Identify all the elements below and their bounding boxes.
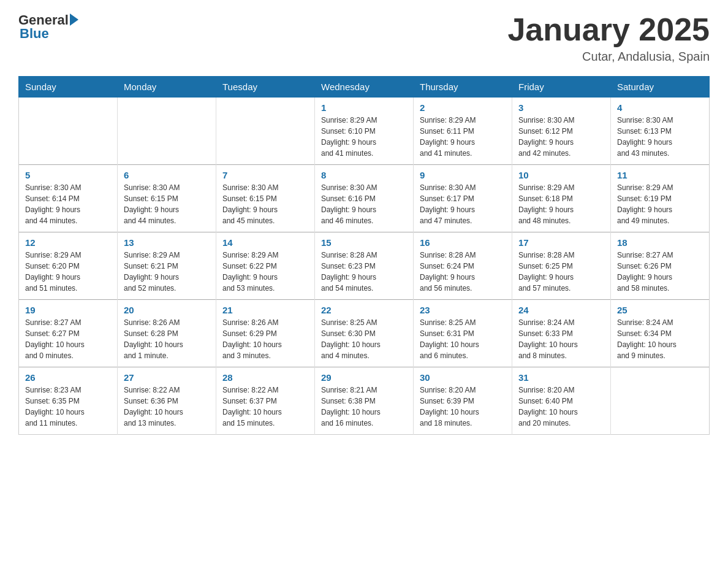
calendar-cell: 22Sunrise: 8:25 AMSunset: 6:30 PMDayligh… <box>315 300 414 367</box>
day-number: 11 <box>617 170 703 180</box>
day-info: Sunrise: 8:30 AMSunset: 6:13 PMDaylight:… <box>617 115 703 159</box>
day-number: 9 <box>420 170 506 180</box>
calendar-cell: 7Sunrise: 8:30 AMSunset: 6:15 PMDaylight… <box>216 165 315 232</box>
calendar-cell: 18Sunrise: 8:27 AMSunset: 6:26 PMDayligh… <box>611 232 710 300</box>
day-number: 26 <box>25 372 111 383</box>
calendar-cell: 9Sunrise: 8:30 AMSunset: 6:17 PMDaylight… <box>414 165 512 232</box>
day-number: 5 <box>25 170 111 180</box>
day-info: Sunrise: 8:28 AMSunset: 6:24 PMDaylight:… <box>420 250 506 294</box>
day-info: Sunrise: 8:23 AMSunset: 6:35 PMDaylight:… <box>25 385 111 429</box>
day-info: Sunrise: 8:25 AMSunset: 6:31 PMDaylight:… <box>420 317 506 361</box>
logo-arrow-icon <box>70 13 78 26</box>
day-info: Sunrise: 8:25 AMSunset: 6:30 PMDaylight:… <box>321 317 407 361</box>
calendar-cell: 19Sunrise: 8:27 AMSunset: 6:27 PMDayligh… <box>19 300 118 367</box>
calendar-cell <box>19 98 118 165</box>
day-number: 1 <box>321 102 407 113</box>
day-info: Sunrise: 8:29 AMSunset: 6:22 PMDaylight:… <box>222 250 308 294</box>
calendar-cell: 4Sunrise: 8:30 AMSunset: 6:13 PMDaylight… <box>611 98 710 165</box>
day-info: Sunrise: 8:29 AMSunset: 6:19 PMDaylight:… <box>617 182 703 226</box>
day-number: 23 <box>420 305 506 315</box>
calendar-cell: 13Sunrise: 8:29 AMSunset: 6:21 PMDayligh… <box>118 232 216 300</box>
day-info: Sunrise: 8:29 AMSunset: 6:20 PMDaylight:… <box>25 250 111 294</box>
day-info: Sunrise: 8:29 AMSunset: 6:11 PMDaylight:… <box>420 115 506 159</box>
weekday-header: Sunday <box>19 77 118 98</box>
day-info: Sunrise: 8:29 AMSunset: 6:21 PMDaylight:… <box>124 250 210 294</box>
day-info: Sunrise: 8:24 AMSunset: 6:34 PMDaylight:… <box>617 317 703 361</box>
calendar-cell <box>118 98 216 165</box>
calendar-cell: 23Sunrise: 8:25 AMSunset: 6:31 PMDayligh… <box>414 300 512 367</box>
calendar-cell: 24Sunrise: 8:24 AMSunset: 6:33 PMDayligh… <box>512 300 611 367</box>
calendar-cell: 30Sunrise: 8:20 AMSunset: 6:39 PMDayligh… <box>414 367 512 435</box>
day-info: Sunrise: 8:30 AMSunset: 6:16 PMDaylight:… <box>321 182 407 226</box>
page-header: General Blue January 2025 Cutar, Andalus… <box>18 12 710 64</box>
calendar-week-row: 26Sunrise: 8:23 AMSunset: 6:35 PMDayligh… <box>19 367 710 435</box>
calendar-cell: 3Sunrise: 8:30 AMSunset: 6:12 PMDaylight… <box>512 98 611 165</box>
day-info: Sunrise: 8:24 AMSunset: 6:33 PMDaylight:… <box>518 317 604 361</box>
weekday-header: Friday <box>512 77 611 98</box>
calendar-cell: 28Sunrise: 8:22 AMSunset: 6:37 PMDayligh… <box>216 367 315 435</box>
calendar-cell: 1Sunrise: 8:29 AMSunset: 6:10 PMDaylight… <box>315 98 414 165</box>
calendar-cell: 6Sunrise: 8:30 AMSunset: 6:15 PMDaylight… <box>118 165 216 232</box>
day-info: Sunrise: 8:29 AMSunset: 6:10 PMDaylight:… <box>321 115 407 159</box>
day-number: 6 <box>124 170 210 180</box>
calendar-cell: 12Sunrise: 8:29 AMSunset: 6:20 PMDayligh… <box>19 232 118 300</box>
day-number: 13 <box>124 237 210 248</box>
day-number: 4 <box>617 102 703 113</box>
day-info: Sunrise: 8:20 AMSunset: 6:40 PMDaylight:… <box>518 385 604 429</box>
day-info: Sunrise: 8:28 AMSunset: 6:23 PMDaylight:… <box>321 250 407 294</box>
day-number: 18 <box>617 237 703 248</box>
calendar-week-row: 5Sunrise: 8:30 AMSunset: 6:14 PMDaylight… <box>19 165 710 232</box>
logo: General Blue <box>18 12 78 42</box>
weekday-header: Saturday <box>611 77 710 98</box>
calendar-cell: 16Sunrise: 8:28 AMSunset: 6:24 PMDayligh… <box>414 232 512 300</box>
calendar-title: January 2025 <box>507 12 710 47</box>
calendar-cell: 25Sunrise: 8:24 AMSunset: 6:34 PMDayligh… <box>611 300 710 367</box>
day-number: 3 <box>518 102 604 113</box>
day-number: 28 <box>222 372 308 383</box>
calendar-cell: 27Sunrise: 8:22 AMSunset: 6:36 PMDayligh… <box>118 367 216 435</box>
calendar-cell: 20Sunrise: 8:26 AMSunset: 6:28 PMDayligh… <box>118 300 216 367</box>
calendar-cell: 26Sunrise: 8:23 AMSunset: 6:35 PMDayligh… <box>19 367 118 435</box>
calendar-week-row: 19Sunrise: 8:27 AMSunset: 6:27 PMDayligh… <box>19 300 710 367</box>
day-number: 24 <box>518 305 604 315</box>
day-info: Sunrise: 8:30 AMSunset: 6:17 PMDaylight:… <box>420 182 506 226</box>
day-info: Sunrise: 8:30 AMSunset: 6:15 PMDaylight:… <box>124 182 210 226</box>
day-info: Sunrise: 8:26 AMSunset: 6:29 PMDaylight:… <box>222 317 308 361</box>
day-number: 17 <box>518 237 604 248</box>
day-info: Sunrise: 8:30 AMSunset: 6:12 PMDaylight:… <box>518 115 604 159</box>
calendar-table: SundayMondayTuesdayWednesdayThursdayFrid… <box>18 76 710 435</box>
calendar-week-row: 12Sunrise: 8:29 AMSunset: 6:20 PMDayligh… <box>19 232 710 300</box>
day-info: Sunrise: 8:22 AMSunset: 6:37 PMDaylight:… <box>222 385 308 429</box>
calendar-subtitle: Cutar, Andalusia, Spain <box>507 50 710 64</box>
day-info: Sunrise: 8:29 AMSunset: 6:18 PMDaylight:… <box>518 182 604 226</box>
calendar-cell <box>611 367 710 435</box>
day-number: 21 <box>222 305 308 315</box>
day-info: Sunrise: 8:30 AMSunset: 6:15 PMDaylight:… <box>222 182 308 226</box>
calendar-cell: 17Sunrise: 8:28 AMSunset: 6:25 PMDayligh… <box>512 232 611 300</box>
day-info: Sunrise: 8:21 AMSunset: 6:38 PMDaylight:… <box>321 385 407 429</box>
logo-blue-text: Blue <box>20 26 49 42</box>
calendar-cell: 10Sunrise: 8:29 AMSunset: 6:18 PMDayligh… <box>512 165 611 232</box>
day-info: Sunrise: 8:26 AMSunset: 6:28 PMDaylight:… <box>124 317 210 361</box>
calendar-cell: 5Sunrise: 8:30 AMSunset: 6:14 PMDaylight… <box>19 165 118 232</box>
calendar-cell: 2Sunrise: 8:29 AMSunset: 6:11 PMDaylight… <box>414 98 512 165</box>
day-info: Sunrise: 8:20 AMSunset: 6:39 PMDaylight:… <box>420 385 506 429</box>
weekday-header: Wednesday <box>315 77 414 98</box>
day-number: 20 <box>124 305 210 315</box>
calendar-cell: 29Sunrise: 8:21 AMSunset: 6:38 PMDayligh… <box>315 367 414 435</box>
day-number: 14 <box>222 237 308 248</box>
day-number: 25 <box>617 305 703 315</box>
day-info: Sunrise: 8:22 AMSunset: 6:36 PMDaylight:… <box>124 385 210 429</box>
day-number: 27 <box>124 372 210 383</box>
day-number: 2 <box>420 102 506 113</box>
weekday-header: Monday <box>118 77 216 98</box>
day-number: 12 <box>25 237 111 248</box>
calendar-cell: 31Sunrise: 8:20 AMSunset: 6:40 PMDayligh… <box>512 367 611 435</box>
day-number: 30 <box>420 372 506 383</box>
day-number: 31 <box>518 372 604 383</box>
weekday-header: Thursday <box>414 77 512 98</box>
day-number: 19 <box>25 305 111 315</box>
day-info: Sunrise: 8:27 AMSunset: 6:26 PMDaylight:… <box>617 250 703 294</box>
calendar-cell: 14Sunrise: 8:29 AMSunset: 6:22 PMDayligh… <box>216 232 315 300</box>
day-info: Sunrise: 8:28 AMSunset: 6:25 PMDaylight:… <box>518 250 604 294</box>
